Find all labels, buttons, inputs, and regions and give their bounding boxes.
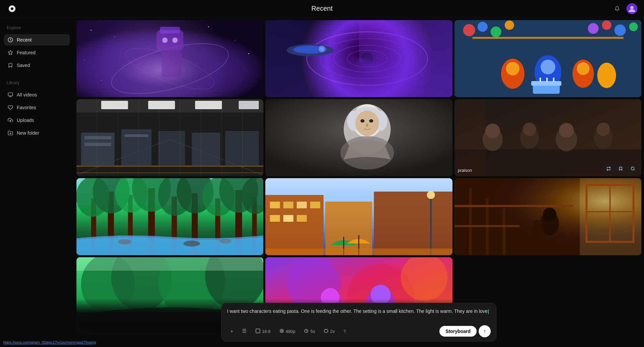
notification-bell-icon[interactable] [612,3,623,14]
svg-rect-9 [76,20,263,97]
app-logo[interactable] [7,3,17,14]
card-action-save[interactable] [616,163,626,174]
svg-point-1 [630,6,634,9]
video-card-5[interactable] [265,99,452,176]
svg-point-123 [219,239,231,244]
play-icon [7,92,13,98]
bookmark-icon [7,62,13,68]
svg-rect-76 [125,134,148,137]
prompt-quality-button[interactable]: 480p [276,327,299,336]
sidebar-item-saved[interactable]: Saved [4,60,70,71]
svg-point-95 [559,123,574,138]
prompt-add-button[interactable]: + [227,327,236,336]
svg-point-153 [543,208,556,221]
prompt-storyboard-icon-button[interactable] [238,327,250,336]
svg-rect-70 [121,129,152,166]
video-card-2[interactable] [265,20,452,97]
sidebar-item-uploads[interactable]: Uploads [4,115,70,126]
video-card-7[interactable] [76,178,263,255]
plus-icon: + [230,329,233,334]
status-bar[interactable]: https://sora.com/g/gen_01jepc17m1ezmsmmg… [0,339,99,346]
svg-rect-73 [225,131,259,166]
svg-rect-133 [283,215,293,222]
svg-point-175 [280,329,283,333]
svg-point-11 [121,40,218,97]
sidebar-item-featured-label: Featured [17,50,36,55]
sidebar-item-recent[interactable]: Recent [4,34,70,46]
sidebar-item-favorites-label: Favorites [17,105,36,110]
sidebar-item-recent-label: Recent [17,37,32,43]
video-card-3[interactable] [454,20,641,97]
sidebar-item-new-folder-label: New folder [17,130,39,136]
svg-point-23 [101,80,102,81]
prompt-quality-label: 480p [286,329,296,334]
clock-icon [7,37,13,43]
svg-point-17 [91,30,92,31]
prompt-duration-button[interactable]: 5s [301,327,318,336]
video-card-4[interactable] [76,99,263,176]
upload-icon [7,117,13,123]
svg-point-36 [463,24,475,36]
status-url: https://sora.com/g/gen_01jepc17m1ezmsmmg… [3,340,96,344]
arrow-up-icon: ↑ [483,328,486,334]
prompt-text[interactable]: I want two characters eating pasta. One … [227,308,491,321]
svg-marker-3 [8,50,12,55]
sidebar-item-featured[interactable]: Featured [4,47,70,58]
svg-rect-53 [531,81,561,86]
video-grid: praison [76,20,641,334]
card-action-remix[interactable] [604,163,614,174]
svg-rect-162 [76,257,263,271]
version-icon [324,329,328,334]
svg-rect-150 [454,205,573,207]
svg-point-51 [577,62,589,75]
svg-point-32 [293,46,327,54]
svg-point-83 [356,111,379,136]
svg-rect-174 [256,329,260,333]
prompt-version-button[interactable]: 2v [320,327,338,336]
svg-rect-44 [472,37,623,39]
svg-point-85 [369,119,373,123]
topbar-right [612,3,637,14]
svg-point-91 [485,124,500,138]
video-card-8[interactable] [265,178,452,255]
svg-point-97 [596,123,610,136]
svg-point-49 [506,62,519,75]
video-card-6[interactable]: praison [454,99,641,176]
svg-point-48 [597,63,616,88]
prompt-submit-button[interactable]: ↑ [479,325,491,337]
svg-rect-126 [325,202,372,255]
svg-rect-56 [553,78,554,82]
svg-rect-24 [265,20,452,97]
prompt-content: I want two characters eating pasta. One … [227,308,488,314]
prompt-ratio-button[interactable]: 16:9 [252,327,274,336]
storyboard-button[interactable]: Storyboard [439,326,477,337]
video-card-1[interactable] [76,20,263,97]
sidebar-item-all-videos[interactable]: All videos [4,89,70,100]
svg-rect-146 [454,178,455,255]
svg-point-84 [361,119,365,123]
svg-point-28 [334,45,401,72]
svg-rect-151 [454,225,520,227]
avatar[interactable] [627,3,637,14]
svg-rect-55 [546,78,547,82]
video-card-9[interactable] [454,178,641,255]
svg-rect-75 [85,143,111,146]
sidebar-item-favorites[interactable]: Favorites [4,102,70,113]
prompt-version-label: 2v [330,329,335,334]
svg-rect-12 [157,30,183,50]
topbar: Recent [0,0,644,17]
svg-point-25 [300,20,434,97]
svg-point-30 [361,53,373,65]
svg-rect-60 [148,101,175,109]
svg-point-121 [118,239,131,245]
svg-point-20 [235,40,236,41]
svg-rect-71 [158,131,185,166]
svg-point-43 [629,22,638,31]
svg-line-66 [170,139,232,176]
card-action-search[interactable] [628,163,638,174]
prompt-help-button[interactable]: ? [340,327,349,336]
star-icon [7,50,13,56]
svg-rect-4 [8,93,12,96]
svg-point-42 [614,24,626,36]
sidebar-item-new-folder[interactable]: New folder [4,127,70,139]
